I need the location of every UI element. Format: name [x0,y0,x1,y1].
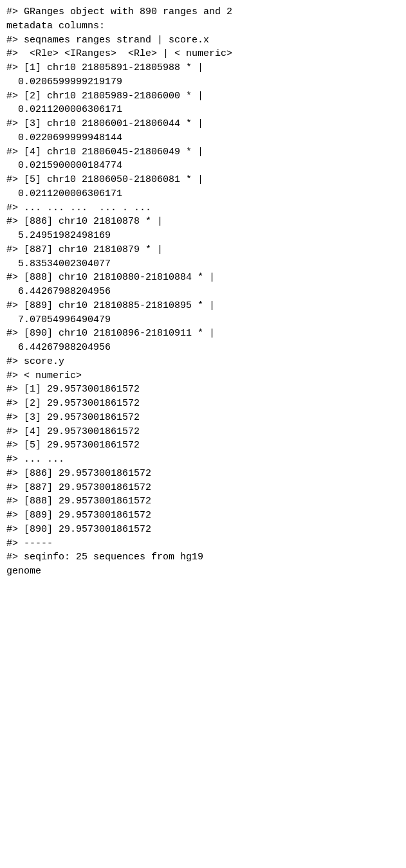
output-line: #> [4] chr10 21806045-21806049 * | [6,145,400,159]
output-line: #> [3] chr10 21806001-21806044 * | [6,117,400,131]
output-line: 5.83534002304077 [6,257,400,271]
output-line: #> [1] 29.9573001861572 [6,383,400,397]
output-line: 7.07054996490479 [6,313,400,327]
output-line: #> GRanges object with 890 ranges and 2 [6,5,400,19]
output-line: #> [1] chr10 21805891-21805988 * | [6,61,400,75]
output-line: #> [889] 29.9573001861572 [6,509,400,523]
output-line: #> seqinfo: 25 sequences from hg19 [6,550,400,565]
output-line: #> [890] 29.9573001861572 [6,523,400,537]
output-line: #> [3] 29.9573001861572 [6,411,400,425]
output-line: genome [6,565,400,579]
output-line: #> [5] 29.9573001861572 [6,439,400,453]
output-line: #> ----- [6,537,400,551]
output-line: #> <Rle> <IRanges> <Rle> | < numeric> [6,47,400,61]
output-line: #> [886] 29.9573001861572 [6,467,400,481]
output-line: #> < numeric> [6,369,400,383]
output-line: 5.24951982498169 [6,229,400,243]
output-line: 6.44267988204956 [6,285,400,299]
output-line: #> [886] chr10 21810878 * | [6,215,400,229]
output-line: #> [5] chr10 21806050-21806081 * | [6,173,400,187]
output-line: #> [889] chr10 21810885-21810895 * | [6,299,400,313]
output-line: #> ... ... ... ... . ... [6,201,400,215]
output-line: 0.0211200006306171 [6,187,400,201]
output-line: #> [2] 29.9573001861572 [6,397,400,411]
output-line: #> [887] 29.9573001861572 [6,481,400,495]
output-line: 6.44267988204956 [6,341,400,355]
output-block: #> GRanges object with 890 ranges and 2m… [6,5,400,579]
output-line: 0.0220699999948144 [6,131,400,145]
output-line: #> [887] chr10 21810879 * | [6,243,400,257]
output-line: #> [890] chr10 21810896-21810911 * | [6,327,400,341]
output-line: metadata columns: [6,19,400,33]
output-line: #> [2] chr10 21805989-21806000 * | [6,89,400,104]
output-line: #> ... ... [6,453,400,467]
output-line: #> score.y [6,355,400,369]
output-line: #> [4] 29.9573001861572 [6,425,400,439]
output-line: 0.0206599999219179 [6,75,400,89]
output-line: #> seqnames ranges strand | score.x [6,33,400,48]
output-line: 0.0211200006306171 [6,103,400,117]
output-line: 0.0215900000184774 [6,159,400,173]
output-line: #> [888] 29.9573001861572 [6,494,400,509]
output-line: #> [888] chr10 21810880-21810884 * | [6,271,400,285]
